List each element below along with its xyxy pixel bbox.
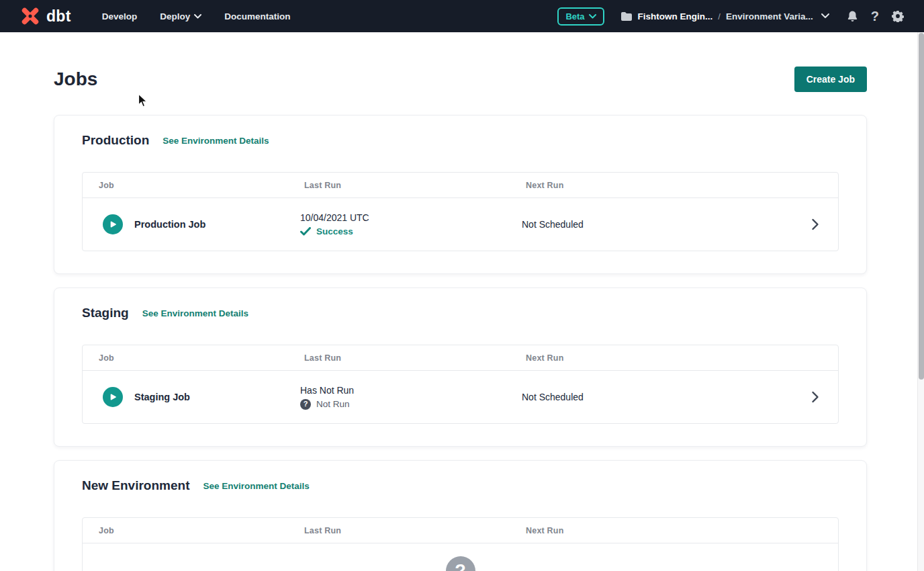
success-check-icon [300,227,311,236]
last-run-date: 10/04/2021 UTC [300,212,522,223]
environment-name: Staging [82,306,129,320]
table-header-row: Job Last Run Next Run [83,173,838,198]
column-header-last-run: Last Run [304,353,526,363]
chevron-right-icon[interactable] [811,218,838,230]
job-name: Production Job [134,219,205,230]
beta-dropdown[interactable]: Beta [557,7,604,26]
page-title: Jobs [54,68,97,91]
folder-icon [620,11,633,21]
create-job-button[interactable]: Create Job [794,67,867,92]
scrollbar-thumb[interactable] [919,33,924,380]
column-header-job: Job [83,526,304,535]
nav-item-deploy[interactable]: Deploy [157,7,204,26]
table-header-row: Job Last Run Next Run [83,345,838,371]
nav-item-documentation[interactable]: Documentation [222,7,293,26]
page-header: Jobs Create Job [54,67,867,92]
empty-state-question-icon: ? [446,556,475,571]
nav-menu: Develop Deploy Documentation [99,7,293,26]
top-nav: dbt Develop Deploy Documentation Beta Fi… [0,0,924,32]
not-run-question-icon: ? [300,399,311,410]
column-header-last-run: Last Run [304,526,526,535]
breadcrumb-project: Environment Varia... [726,11,813,21]
chevron-down-icon [589,14,596,19]
dbt-logo-icon [19,5,42,28]
jobs-table: Job Last Run Next Run Production Job 10/… [82,172,839,251]
job-name: Staging Job [134,392,190,402]
column-header-next-run: Next Run [526,353,838,363]
job-row-production[interactable]: Production Job 10/04/2021 UTC Success No… [83,198,838,251]
chevron-down-icon [821,13,829,19]
gear-icon[interactable] [892,10,904,22]
see-environment-details-link[interactable]: See Environment Details [203,481,309,491]
scrollbar-track[interactable] [917,32,924,571]
status-badge: Not Run [316,399,350,409]
column-header-job: Job [83,353,304,363]
nav-right: Beta Fishtown Engin... / Environment Var… [557,7,904,26]
main-content: Jobs Create Job Production See Environme… [0,32,924,571]
chevron-right-icon[interactable] [811,391,838,403]
play-icon [108,220,118,229]
chevron-down-icon [194,14,201,19]
column-header-last-run: Last Run [304,181,526,190]
environment-card-staging: Staging See Environment Details Job Last… [54,288,867,447]
next-run-value: Not Scheduled [522,392,811,402]
jobs-table: Job Last Run Next Run ? [82,517,839,571]
environment-card-production: Production See Environment Details Job L… [54,115,867,274]
column-header-job: Job [83,181,304,190]
breadcrumb-separator: / [718,11,721,21]
brand-name: dbt [46,7,71,26]
status-badge: Success [316,226,353,236]
bell-icon[interactable] [847,10,858,22]
breadcrumb[interactable]: Fishtown Engin... / Environment Varia... [620,11,829,21]
see-environment-details-link[interactable]: See Environment Details [163,136,269,146]
see-environment-details-link[interactable]: See Environment Details [142,308,248,318]
breadcrumb-account: Fishtown Engin... [638,11,713,21]
table-header-row: Job Last Run Next Run [83,518,838,543]
dbt-logo[interactable]: dbt [19,5,71,28]
play-icon [108,392,118,402]
run-job-button[interactable] [103,214,123,234]
environment-name: Production [82,133,149,148]
job-row-staging[interactable]: Staging Job Has Not Run ? Not Run Not Sc… [83,371,838,423]
column-header-next-run: Next Run [526,181,838,190]
nav-item-develop[interactable]: Develop [99,7,140,26]
environment-card-new-environment: New Environment See Environment Details … [54,460,867,571]
run-job-button[interactable] [103,387,123,407]
nav-icon-cluster: ? [847,9,904,23]
environment-name: New Environment [82,478,189,493]
empty-state: ? [83,543,838,571]
last-run-date: Has Not Run [300,385,522,396]
next-run-value: Not Scheduled [522,219,811,230]
jobs-table: Job Last Run Next Run Staging Job Has No… [82,345,839,424]
help-icon[interactable]: ? [871,9,879,23]
column-header-next-run: Next Run [526,526,838,535]
